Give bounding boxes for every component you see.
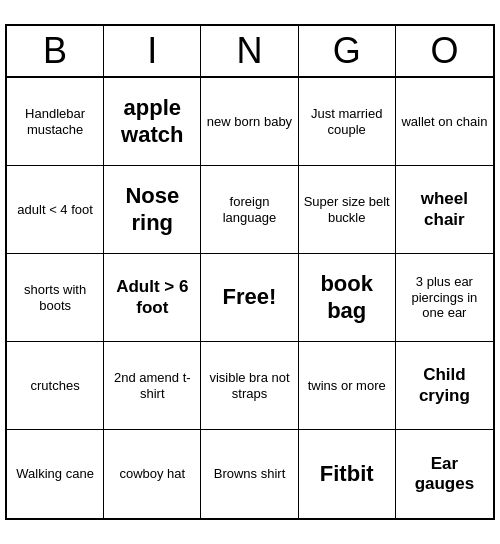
- bingo-cell: Nose ring: [104, 166, 201, 254]
- header-letter: I: [104, 26, 201, 76]
- bingo-cell: Ear gauges: [396, 430, 493, 518]
- bingo-cell: wheel chair: [396, 166, 493, 254]
- bingo-cell: adult < 4 foot: [7, 166, 104, 254]
- bingo-header: BINGO: [7, 26, 493, 78]
- bingo-cell: Free!: [201, 254, 298, 342]
- bingo-cell: cowboy hat: [104, 430, 201, 518]
- bingo-card: BINGO Handlebar mustacheapple watchnew b…: [5, 24, 495, 520]
- bingo-grid: Handlebar mustacheapple watchnew born ba…: [7, 78, 493, 518]
- bingo-cell: Handlebar mustache: [7, 78, 104, 166]
- bingo-cell: 3 plus ear piercings in one ear: [396, 254, 493, 342]
- bingo-cell: shorts with boots: [7, 254, 104, 342]
- bingo-cell: crutches: [7, 342, 104, 430]
- bingo-cell: wallet on chain: [396, 78, 493, 166]
- header-letter: B: [7, 26, 104, 76]
- bingo-cell: Adult > 6 foot: [104, 254, 201, 342]
- bingo-cell: foreign language: [201, 166, 298, 254]
- bingo-cell: Walking cane: [7, 430, 104, 518]
- header-letter: O: [396, 26, 493, 76]
- bingo-cell: Super size belt buckle: [299, 166, 396, 254]
- bingo-cell: new born baby: [201, 78, 298, 166]
- bingo-cell: Fitbit: [299, 430, 396, 518]
- bingo-cell: Child crying: [396, 342, 493, 430]
- bingo-cell: Just married couple: [299, 78, 396, 166]
- bingo-cell: visible bra not straps: [201, 342, 298, 430]
- bingo-cell: 2nd amend t-shirt: [104, 342, 201, 430]
- bingo-cell: twins or more: [299, 342, 396, 430]
- bingo-cell: apple watch: [104, 78, 201, 166]
- bingo-cell: book bag: [299, 254, 396, 342]
- bingo-cell: Browns shirt: [201, 430, 298, 518]
- header-letter: G: [299, 26, 396, 76]
- header-letter: N: [201, 26, 298, 76]
